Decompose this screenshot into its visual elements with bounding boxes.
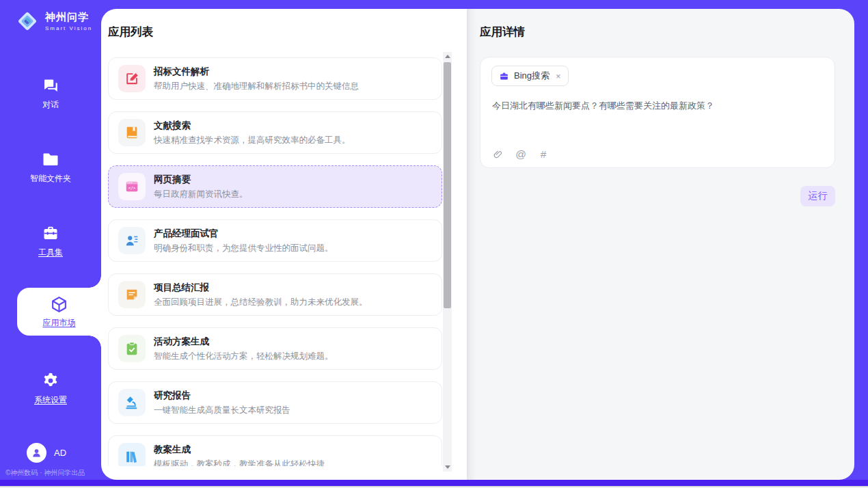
sidebar: 神州问学 Smart Vision 对话 智能文件夹 工具集 应用市场 系统设置 <box>0 0 101 488</box>
books-icon <box>118 443 146 466</box>
app-card-research-report[interactable]: 研究报告 一键智能生成高质量长文本研究报告 <box>108 381 442 424</box>
scroll-down-arrow-icon[interactable] <box>443 463 452 472</box>
app-card-lesson-plan[interactable]: 教案生成 模板驱动，教案秒成，教学准备从此轻松快捷 <box>108 435 442 466</box>
scroll-up-arrow-icon[interactable] <box>443 52 452 61</box>
sidebar-item-chat[interactable]: 对话 <box>0 77 101 111</box>
app-card-pm-interviewer[interactable]: 产品经理面试官 明确身份和职责，为您提供专业性的面试问题。 <box>108 219 442 262</box>
interviewer-icon <box>118 227 146 254</box>
svg-text:</>: </> <box>128 185 136 190</box>
prompt-card: Bing搜索 × 今日湖北有哪些新闻要点？有哪些需要关注的最新政策？ @ # <box>480 57 835 168</box>
briefcase-icon <box>499 71 509 81</box>
user-initials: AD <box>54 448 66 458</box>
close-icon[interactable]: × <box>556 72 561 81</box>
prompt-toolbar: @ # <box>492 148 550 161</box>
sidebar-item-label: 应用市场 <box>43 317 76 329</box>
toolbox-icon <box>42 224 59 242</box>
scrollbar-thumb[interactable] <box>444 62 451 308</box>
app-detail-panel: 应用详情 Bing搜索 × 今日湖北有哪些新闻要点？有哪些需要关注的最新政策？ … <box>467 9 854 480</box>
app-list-title: 应用列表 <box>108 25 153 40</box>
logo-title: 神州问学 <box>45 11 92 24</box>
microscope-icon <box>118 389 146 416</box>
logo-diamond-icon <box>15 9 40 33</box>
app-detail-title: 应用详情 <box>480 25 525 40</box>
app-logo: 神州问学 Smart Vision <box>15 9 92 33</box>
clipboard-check-icon <box>118 335 146 362</box>
hashtag-icon[interactable]: # <box>537 148 550 161</box>
mention-icon[interactable]: @ <box>515 148 527 161</box>
sidebar-item-app-market[interactable]: 应用市场 <box>17 288 101 336</box>
sidebar-item-label: 系统设置 <box>34 394 67 406</box>
copyright-text: ©神州数码 · 神州问学出品 <box>5 468 85 478</box>
app-card-event-plan[interactable]: 活动方案生成 智能生成个性化活动方案，轻松解决规划难题。 <box>108 327 442 370</box>
app-card-list: 招标文件解析 帮助用户快速、准确地理解和解析招标书中的关键信息 文献搜索 快速精… <box>108 57 442 466</box>
tool-chip-label: Bing搜索 <box>514 70 550 82</box>
app-card-web-summary[interactable]: </> 网页摘要 每日政府新闻资讯快查。 <box>108 165 442 208</box>
browser-icon: </> <box>118 173 146 200</box>
tool-chip-bing-search[interactable]: Bing搜索 × <box>491 66 569 86</box>
logo-subtitle: Smart Vision <box>45 25 92 31</box>
app-card-project-summary[interactable]: 项目总结汇报 全面回顾项目进展，总结经验教训，助力未来优化发展。 <box>108 273 442 316</box>
folder-icon <box>42 150 59 168</box>
scrollbar[interactable] <box>443 52 452 472</box>
app-card-tender-analysis[interactable]: 招标文件解析 帮助用户快速、准确地理解和解析招标书中的关键信息 <box>108 57 442 100</box>
app-list-panel: 应用列表 招标文件解析 帮助用户快速、准确地理解和解析招标书中的关键信息 文献搜… <box>101 9 467 480</box>
book-icon <box>118 119 146 146</box>
gear-icon <box>42 372 59 390</box>
sidebar-item-smart-folder[interactable]: 智能文件夹 <box>0 150 101 185</box>
pen-icon <box>118 65 146 92</box>
sidebar-item-label: 工具集 <box>38 247 63 258</box>
sidebar-item-toolbox[interactable]: 工具集 <box>0 224 101 258</box>
sidebar-item-settings[interactable]: 系统设置 <box>0 372 101 406</box>
run-button[interactable]: 运行 <box>800 186 835 206</box>
app-card-literature-search[interactable]: 文献搜索 快速精准查找学术资源，提高研究效率的必备工具。 <box>108 111 442 154</box>
cube-icon <box>50 295 68 314</box>
sidebar-item-label: 对话 <box>42 99 59 111</box>
avatar <box>27 443 46 463</box>
chat-icon <box>42 77 59 94</box>
main-content: 应用列表 招标文件解析 帮助用户快速、准确地理解和解析招标书中的关键信息 文献搜… <box>101 9 854 480</box>
note-icon <box>118 281 146 308</box>
sidebar-item-label: 智能文件夹 <box>30 173 71 185</box>
prompt-input[interactable]: 今日湖北有哪些新闻要点？有哪些需要关注的最新政策？ <box>492 100 820 112</box>
paperclip-icon[interactable] <box>492 148 504 161</box>
user-account[interactable]: AD <box>27 443 66 463</box>
bottom-bar <box>0 480 868 486</box>
